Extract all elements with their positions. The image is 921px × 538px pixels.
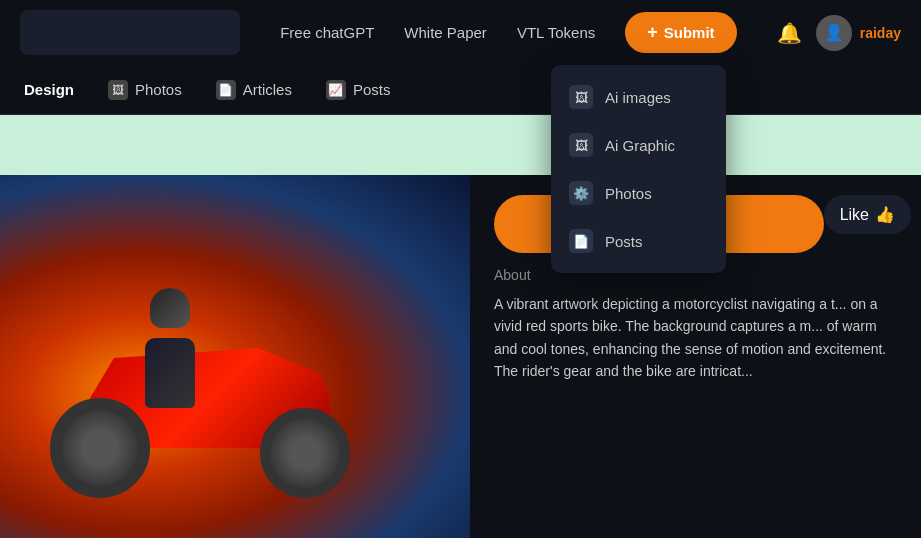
tab-design[interactable]: Design	[10, 73, 88, 106]
thumbs-up-icon: 👍	[875, 205, 895, 224]
dropdown-menu: 🖼 Ai images 🖼 Ai Graphic ⚙️ Photos 📄 Pos…	[551, 65, 726, 273]
logo	[20, 10, 240, 55]
image-panel	[0, 175, 470, 538]
main-content: Download ⬇ Like 👍 About A vibrant artwor…	[0, 175, 921, 538]
posts-dd-label: Posts	[605, 233, 643, 250]
ai-images-icon: 🖼	[569, 85, 593, 109]
nav-links: Free chatGPT White Paper VTL Tokens + Su…	[280, 12, 737, 53]
rider	[130, 288, 210, 408]
rider-body	[145, 338, 195, 408]
posts-dd-icon: 📄	[569, 229, 593, 253]
like-button[interactable]: Like 👍	[824, 195, 911, 234]
dropdown-item-photos[interactable]: ⚙️ Photos	[551, 169, 726, 217]
articles-tab-label: Articles	[243, 81, 292, 98]
dropdown-item-posts[interactable]: 📄 Posts	[551, 217, 726, 265]
motorcycle-body	[30, 308, 380, 508]
header-right: 🔔 👤 raiday	[777, 15, 901, 51]
nav-free-chat[interactable]: Free chatGPT	[280, 24, 374, 41]
photos-dd-icon: ⚙️	[569, 181, 593, 205]
dropdown-item-ai-images[interactable]: 🖼 Ai images	[551, 73, 726, 121]
bell-icon[interactable]: 🔔	[777, 21, 802, 45]
green-banner	[0, 115, 921, 175]
like-label: Like	[840, 206, 869, 224]
avatar: 👤	[816, 15, 852, 51]
nav-vtl-tokens[interactable]: VTL Tokens	[517, 24, 595, 41]
tab-posts[interactable]: 📈 Posts	[312, 72, 405, 108]
dropdown-item-ai-graphic[interactable]: 🖼 Ai Graphic	[551, 121, 726, 169]
wheel-front	[260, 408, 350, 498]
posts-tab-label: Posts	[353, 81, 391, 98]
avatar-area[interactable]: 👤 raiday	[816, 15, 901, 51]
nav-white-paper[interactable]: White Paper	[404, 24, 487, 41]
rider-helmet	[150, 288, 190, 328]
plus-icon: +	[647, 22, 658, 43]
nav-tabs: Design 🖼 Photos 📄 Articles 📈 Posts	[0, 65, 921, 115]
tab-articles[interactable]: 📄 Articles	[202, 72, 306, 108]
wheel-back	[50, 398, 150, 498]
submit-label: Submit	[664, 24, 715, 41]
photos-dd-label: Photos	[605, 185, 652, 202]
photos-tab-icon: 🖼	[108, 80, 128, 100]
articles-tab-icon: 📄	[216, 80, 236, 100]
ai-graphic-icon: 🖼	[569, 133, 593, 157]
posts-tab-icon: 📈	[326, 80, 346, 100]
about-text: A vibrant artwork depicting a motorcycli…	[494, 293, 897, 383]
ai-images-label: Ai images	[605, 89, 671, 106]
design-tab-label: Design	[24, 81, 74, 98]
ai-graphic-label: Ai Graphic	[605, 137, 675, 154]
photos-tab-label: Photos	[135, 81, 182, 98]
submit-button[interactable]: + Submit	[625, 12, 736, 53]
username-label: raiday	[860, 25, 901, 41]
tab-photos[interactable]: 🖼 Photos	[94, 72, 196, 108]
header: Free chatGPT White Paper VTL Tokens + Su…	[0, 0, 921, 65]
